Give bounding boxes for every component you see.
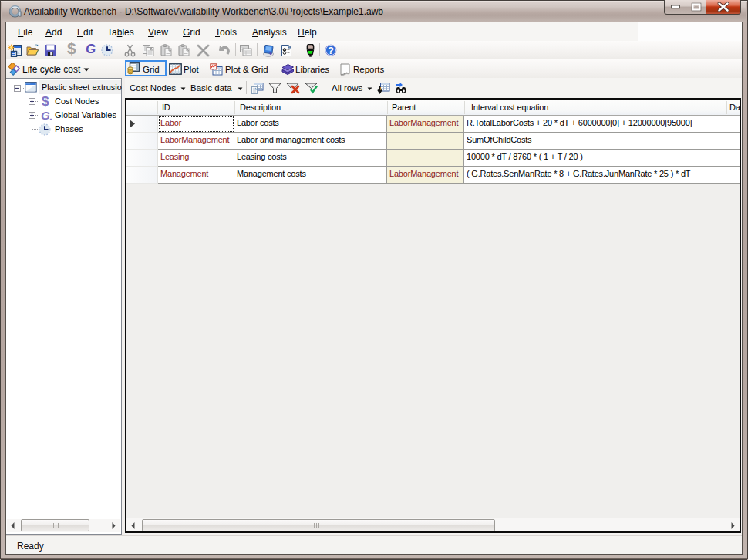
svg-text:?: ? [328, 45, 334, 56]
